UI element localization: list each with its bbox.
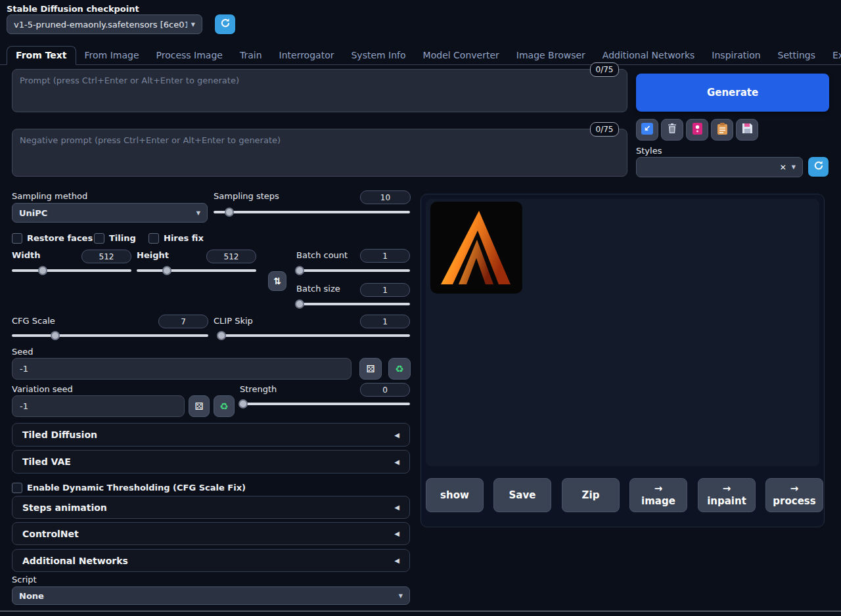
clear-prompt-button[interactable]	[661, 119, 683, 141]
styles-dropdown[interactable]: ✕ ▼	[636, 157, 803, 177]
restore-faces-label: Restore faces	[27, 233, 93, 243]
checkpoint-dropdown[interactable]: v1-5-pruned-emaonly.safetensors [6ce0161…	[7, 14, 202, 34]
batch-size-value[interactable]: 1	[360, 283, 410, 297]
tab-system-info[interactable]: System Info	[342, 47, 414, 64]
sampling-steps-label: Sampling steps	[214, 191, 279, 201]
chevron-down-icon: ▼	[399, 593, 403, 599]
slider-thumb[interactable]	[217, 331, 226, 340]
save-button[interactable]: Save	[493, 478, 551, 512]
accordion-controlnet[interactable]: ControlNet ◀	[12, 522, 410, 545]
sampling-steps-slider[interactable]	[214, 208, 410, 217]
tab-inspiration[interactable]: Inspiration	[703, 47, 769, 64]
slider-thumb[interactable]	[239, 399, 248, 408]
negative-prompt-input[interactable]	[12, 129, 627, 177]
script-dropdown[interactable]: None ▼	[12, 586, 410, 605]
sampling-steps-value[interactable]: 10	[360, 190, 411, 204]
tab-interrogator[interactable]: Interrogator	[271, 47, 343, 64]
tab-image-browser[interactable]: Image Browser	[508, 47, 594, 64]
tab-additional-networks[interactable]: Additional Networks	[594, 47, 703, 64]
slider-thumb[interactable]	[295, 266, 304, 275]
collapse-icon: ◀	[394, 431, 399, 439]
refresh-styles-button[interactable]	[808, 157, 829, 177]
batch-size-slider[interactable]	[296, 299, 410, 309]
height-value[interactable]: 512	[206, 250, 256, 263]
tab-extensions[interactable]: Extensions	[824, 47, 841, 64]
strength-value[interactable]: 0	[360, 383, 410, 397]
show-button[interactable]: show	[426, 478, 484, 512]
tab-bar: From Text From Image Process Image Train…	[0, 46, 841, 65]
extra-networks-button[interactable]	[686, 119, 708, 141]
strength-slider[interactable]	[240, 399, 410, 408]
slider-thumb[interactable]	[51, 331, 60, 340]
chevron-down-icon: ▼	[196, 210, 200, 216]
slider-track	[214, 211, 410, 213]
hires-fix-label: Hires fix	[164, 233, 204, 243]
dynamic-thresholding-label: Enable Dynamic Thresholding (CFG Scale F…	[27, 483, 246, 493]
restore-faces-checkbox[interactable]	[12, 233, 22, 244]
trash-icon	[667, 123, 677, 137]
clipboard-icon	[717, 123, 727, 137]
send-to-image-button[interactable]: → image	[629, 478, 687, 512]
seed-input[interactable]	[12, 358, 352, 380]
script-label: Script	[12, 575, 37, 584]
tab-train[interactable]: Train	[231, 47, 271, 64]
slider-thumb[interactable]	[295, 299, 304, 309]
swap-width-height-button[interactable]: ⇅	[268, 271, 286, 291]
collapse-icon: ◀	[394, 557, 399, 564]
accordion-steps-animation[interactable]: Steps animation ◀	[12, 496, 410, 519]
preview-image[interactable]	[430, 202, 522, 294]
accordion-title: Steps animation	[22, 502, 107, 513]
zip-button[interactable]: Zip	[562, 478, 620, 512]
generate-button[interactable]: Generate	[636, 74, 829, 112]
batch-count-slider[interactable]	[296, 266, 410, 275]
refresh-checkpoint-button[interactable]	[215, 14, 235, 34]
sampling-method-value: UniPC	[19, 208, 193, 218]
script-value: None	[19, 591, 395, 601]
clear-styles-icon[interactable]: ✕	[780, 163, 786, 172]
slider-thumb[interactable]	[162, 266, 171, 275]
recycle-icon: ♻	[219, 401, 228, 412]
height-label: Height	[137, 250, 169, 260]
hires-fix-checkbox[interactable]	[148, 233, 159, 244]
send-to-inpaint-button[interactable]: → inpaint	[698, 478, 756, 512]
reuse-seed-button[interactable]: ♻	[388, 358, 411, 380]
sampling-method-dropdown[interactable]: UniPC ▼	[12, 203, 208, 223]
variation-seed-input[interactable]	[12, 395, 185, 417]
tiling-label: Tiling	[109, 233, 136, 243]
app-logo	[430, 202, 522, 294]
flower-card-icon	[693, 123, 702, 137]
batch-count-value[interactable]: 1	[360, 249, 410, 263]
accordion-additional-networks[interactable]: Additional Networks ◀	[12, 549, 410, 572]
slider-thumb[interactable]	[38, 266, 47, 275]
accordion-tiled-vae[interactable]: Tiled VAE ◀	[12, 450, 410, 473]
width-value[interactable]: 512	[81, 250, 131, 263]
accordion-title: ControlNet	[22, 529, 79, 539]
send-to-process-button[interactable]: → process	[765, 478, 823, 512]
random-variation-seed-button[interactable]: ⚄	[189, 395, 210, 417]
cfg-scale-slider[interactable]	[12, 331, 208, 340]
tiling-checkbox[interactable]	[94, 233, 104, 244]
paste-params-icon	[641, 123, 653, 137]
apply-style-button[interactable]	[711, 119, 733, 141]
clip-skip-value[interactable]: 1	[360, 315, 410, 328]
tab-from-image[interactable]: From Image	[76, 47, 148, 64]
paste-generation-params-button[interactable]	[636, 119, 658, 141]
tab-model-converter[interactable]: Model Converter	[415, 47, 508, 64]
width-slider[interactable]	[12, 266, 131, 275]
slider-thumb[interactable]	[225, 208, 234, 217]
clip-skip-slider[interactable]	[218, 331, 410, 340]
random-seed-button[interactable]: ⚄	[359, 358, 382, 380]
dynamic-thresholding-checkbox[interactable]	[12, 483, 22, 493]
seed-label: Seed	[12, 347, 34, 357]
tab-from-text[interactable]: From Text	[7, 46, 76, 65]
width-label: Width	[12, 250, 41, 260]
height-slider[interactable]	[137, 266, 256, 275]
tab-process-image[interactable]: Process Image	[148, 47, 231, 64]
reuse-variation-seed-button[interactable]: ♻	[214, 395, 235, 417]
save-style-button[interactable]	[736, 119, 758, 141]
accordion-tiled-diffusion[interactable]: Tiled Diffusion ◀	[12, 423, 410, 447]
cfg-scale-value[interactable]: 7	[158, 315, 208, 328]
prompt-input[interactable]	[12, 69, 627, 112]
tab-settings[interactable]: Settings	[769, 47, 824, 64]
accordion-title: Tiled VAE	[22, 456, 71, 467]
